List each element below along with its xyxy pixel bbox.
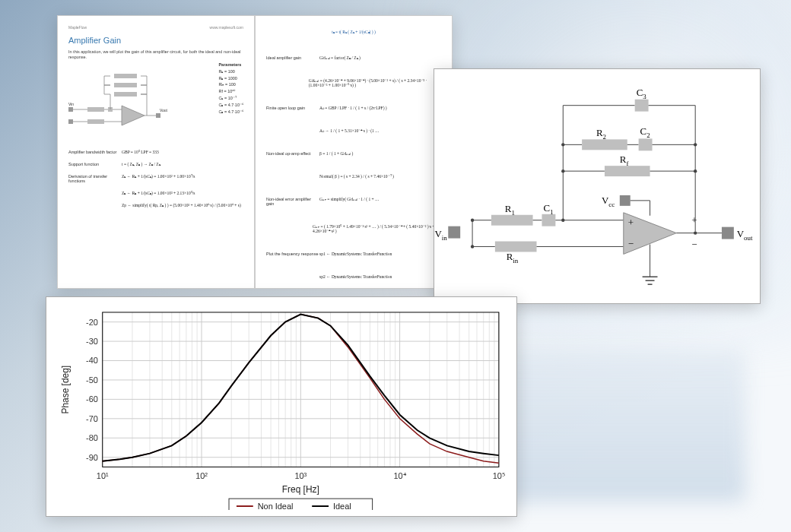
param-row: R₁ = 100 — [218, 68, 243, 75]
svg-rect-13 — [582, 139, 627, 150]
doc-section-row: Gₑᵣ = ( 1.79×10⁵ + 1.49×10⁻²·s² + … ) / … — [266, 224, 441, 233]
doc-p2-first: t₂ = t( R₁ ( Z₁ + 1/(sC₃) ) ) — [266, 30, 441, 34]
label-r2: R2 — [596, 127, 606, 141]
doc-section-expr: Z₁ ← R₁ + 1/(sC₁) = 1.00×10² + 1.00×10⁷/… — [122, 174, 195, 183]
phase-plot-svg: -20-30-40-50-60-70-80-9010¹10²10³10⁴10⁵F… — [52, 305, 510, 510]
ylabel: Phase [deg] — [60, 366, 71, 414]
svg-text:Vout: Vout — [160, 108, 167, 112]
doc-section-expr: β = 1 / ( 1 + Gᵢdₑₐₗ ) — [319, 151, 353, 156]
label-vcc: Vcc — [602, 195, 615, 208]
doc-header: MapleFlow www.maplesoft.com — [68, 25, 243, 30]
doc-page-2: t₂ = t( R₁ ( Z₁ + 1/(sC₃) ) ) Ideal ampl… — [255, 15, 453, 289]
svg-rect-5 — [87, 119, 104, 124]
phase-plot: -20-30-40-50-60-70-80-9010¹10²10³10⁴10⁵F… — [46, 296, 517, 517]
svg-rect-14 — [639, 138, 653, 150]
svg-rect-1 — [114, 83, 137, 87]
svg-rect-2 — [114, 92, 137, 97]
doc-section-label — [266, 128, 319, 133]
circuit-diagram: + − + − C3 C2 R2 Rf R1 C1 Vcc Rin Vin Vo… — [434, 68, 761, 304]
doc-section-label: Non-ideal op-amp effect — [266, 151, 319, 156]
svg-text:-60: -60 — [86, 394, 98, 404]
svg-text:10⁵: 10⁵ — [493, 471, 505, 480]
svg-point-25 — [471, 219, 474, 222]
doc-section-label: Support function — [68, 162, 122, 166]
doc-section-label — [68, 191, 122, 195]
doc-section-label: Finite open loop gain — [266, 106, 319, 110]
doc-section-expr: A₀ = GBP / LPF · 1 / ( 1 + s / (2π·LPF) … — [319, 106, 387, 110]
doc-section-row: Amplifier bandwidth factorGBP = 10⁵ LPF … — [68, 150, 243, 154]
svg-rect-23 — [542, 214, 555, 226]
document-pages: MapleFlow www.maplesoft.com Amplifier Ga… — [57, 15, 453, 289]
doc-brand: MapleFlow — [68, 25, 87, 30]
svg-text:-50: -50 — [86, 375, 98, 385]
doc-section-row: Derivation of transfer functionsZ₁ ← R₁ … — [68, 174, 243, 183]
svg-text:-80: -80 — [86, 433, 98, 442]
doc-section-expr: t = ( Z₁, Z₂ ) → Z₂ / Z₁ — [122, 162, 160, 166]
label-rf: Rf — [620, 154, 629, 167]
param-row: C₃ = 4.7·10⁻⁶ — [218, 109, 243, 116]
opamp-out-minus: − — [691, 239, 697, 250]
doc-section-row: sp2 ← DynamicSystems: TransferFunction — [266, 274, 441, 279]
doc-section-row: Gᵢdₑₐₗ = (4.26×10⁻⁴ + 9.06×10⁻⁴) · (5.00… — [266, 78, 441, 87]
svg-point-28 — [694, 231, 697, 234]
svg-text:-70: -70 — [86, 414, 98, 423]
doc-section-expr: Gᵢdₑₐₗ = factor( Z₂ / Z₁ ) — [319, 55, 361, 60]
legend-ideal: Ideal — [333, 502, 351, 510]
svg-rect-7 — [68, 107, 73, 112]
svg-text:10¹: 10¹ — [97, 471, 109, 480]
doc-section-label — [266, 174, 319, 179]
svg-rect-8 — [68, 119, 73, 124]
doc-title: Amplifier Gain — [68, 36, 243, 45]
doc-section-expr: Zp ← simplify( t( Rp, Z₂ ) ) = (5.00×10³… — [122, 203, 241, 207]
doc-site: www.maplesoft.com — [210, 25, 243, 30]
svg-marker-6 — [122, 106, 145, 125]
params-header: Parameters — [218, 62, 243, 68]
doc-intro: In this application, we will plot the ga… — [68, 49, 243, 60]
param-row: C₁ = 10⁻⁷ — [218, 95, 243, 102]
doc-section-label — [266, 78, 309, 87]
legend-nonideal: Non Ideal — [258, 502, 294, 510]
doc-section-label: Amplifier bandwidth factor — [68, 150, 122, 154]
doc-section-label — [266, 274, 319, 279]
param-row: R₂ = 1000 — [218, 75, 243, 82]
xlabel: Freq [Hz] — [282, 484, 319, 495]
svg-text:-40: -40 — [86, 356, 98, 365]
doc-section-row: Ideal amplifier gainGᵢdₑₐₗ = factor( Z₂ … — [266, 55, 441, 60]
opamp-out-plus: + — [691, 214, 697, 226]
doc-section-expr: Z₂ ← R₂ + 1/(sC₂) = 1.00×10³ + 2.13×10⁵/… — [122, 191, 195, 195]
doc-section-row: Zp ← simplify( t( Rp, Z₂ ) ) = (5.00×10³… — [68, 203, 243, 207]
doc-section-expr: Normal( β ) = ( s + 2.34 ) / ( s + 7.46×… — [319, 174, 394, 179]
label-r1: R1 — [505, 203, 515, 217]
doc-section-expr: Gₑᵣ = ( 1.79×10⁵ + 1.49×10⁻²·s² + … ) / … — [313, 224, 441, 233]
svg-text:-20: -20 — [86, 318, 98, 327]
background-device — [479, 350, 745, 502]
doc-section-label — [68, 203, 122, 207]
doc-page-1: MapleFlow www.maplesoft.com Amplifier Ga… — [57, 15, 255, 289]
label-c3: C3 — [637, 87, 647, 100]
doc-section-row: Finite open loop gainA₀ = GBP / LPF · 1 … — [266, 106, 441, 110]
label-vout: Vout — [737, 228, 753, 242]
svg-rect-22 — [491, 215, 533, 226]
doc-section-label: Ideal amplifier gain — [266, 55, 319, 60]
doc-section-expr: Gᵢdₑₐₗ = (4.26×10⁻⁴ + 9.06×10⁻⁴) · (5.00… — [309, 78, 441, 87]
svg-rect-32 — [448, 226, 460, 239]
doc-section-row: A₀ → 1 / ( 1 + 5.31×10⁻⁴·s ) · (1 … — [266, 128, 441, 133]
label-c2: C2 — [640, 125, 650, 139]
doc-section-label: Non-ideal error amplifier gain — [266, 197, 319, 206]
svg-rect-24 — [495, 242, 537, 252]
doc-section-label: Plot the frequency response — [266, 252, 319, 256]
opamp-minus: − — [628, 238, 634, 249]
svg-text:10³: 10³ — [294, 471, 307, 480]
svg-point-17 — [561, 169, 564, 173]
doc-section-expr: Gₑᵣ = simplify( Gᵢdₑₐₗ · 1 / ( 1 + … — [319, 197, 380, 206]
doc-section-row: Normal( β ) = ( s + 2.34 ) / ( s + 7.46×… — [266, 174, 441, 179]
svg-point-26 — [471, 245, 474, 248]
svg-text:10⁴: 10⁴ — [394, 471, 407, 480]
svg-text:-90: -90 — [86, 453, 98, 462]
svg-rect-21 — [620, 195, 631, 206]
svg-rect-12 — [635, 100, 649, 112]
doc-section-row: Plot the frequency responsesp1 ← Dynamic… — [266, 252, 441, 256]
doc-section-expr: sp1 ← DynamicSystems: TransferFunction — [319, 252, 392, 256]
label-vin: Vin — [434, 228, 447, 242]
label-c1: C1 — [543, 202, 553, 216]
